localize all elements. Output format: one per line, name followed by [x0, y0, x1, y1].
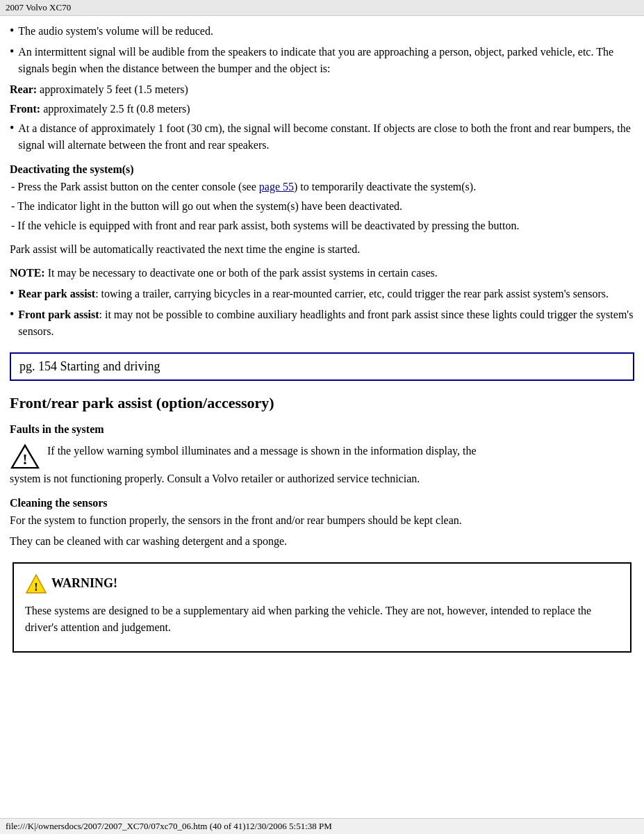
faults-heading: Faults in the system: [10, 423, 634, 436]
bullet-signal-text: An intermittent signal will be audible f…: [18, 44, 634, 77]
top-bar-title: 2007 Volvo XC70: [6, 2, 71, 13]
page-box: pg. 154 Starting and driving: [10, 352, 634, 381]
note-text: It may be necessary to deactivate one or…: [48, 267, 438, 279]
rear-text: approximately 5 feet (1.5 meters): [40, 83, 188, 95]
warning-box: ! WARNING! These systems are designed to…: [13, 562, 631, 653]
note-line: NOTE: It may be necessary to deactivate …: [10, 265, 634, 281]
bullet-dot-front: •: [10, 306, 14, 322]
cleaning-text-1: For the system to function properly, the…: [10, 512, 634, 529]
main-content: • The audio system's volume will be redu…: [0, 16, 644, 693]
deactivating-section: Deactivating the system(s) - Press the P…: [10, 163, 634, 234]
top-bar: 2007 Volvo XC70: [0, 0, 644, 16]
section-heading: Front/rear park assist (option/accessory…: [10, 393, 634, 414]
rear-park-desc: : towing a trailer, carrying bicycles in…: [95, 288, 609, 300]
warning-triangle-yellow-icon: !: [25, 573, 47, 594]
page-box-text: pg. 154 Starting and driving: [19, 359, 160, 373]
svg-text:!: !: [34, 581, 38, 593]
front-label-line: Front: approximately 2.5 ft (0.8 meters): [10, 101, 634, 117]
rear-label-line: Rear: approximately 5 feet (1.5 meters): [10, 81, 634, 98]
cleaning-text-2: They can be cleaned with car washing det…: [10, 533, 634, 550]
bullet-audio: • The audio system's volume will be redu…: [10, 23, 634, 40]
footer-bar: file:///K|/ownersdocs/2007/2007_XC70/07x…: [0, 818, 644, 834]
bullet-signal: • An intermittent signal will be audible…: [10, 44, 634, 77]
front-park-label: Front park assist: [18, 309, 99, 320]
bullet-audio-text: The audio system's volume will be reduce…: [18, 23, 213, 40]
reactivate-text: Park assist will be automatically reacti…: [10, 241, 634, 258]
deactivating-line-1: - Press the Park assist button on the ce…: [11, 179, 634, 195]
bullet-dot-3: •: [10, 120, 14, 136]
warning-box-title: ! WARNING!: [25, 573, 619, 594]
bullet-dot-2: •: [10, 44, 14, 60]
bullet-distance-text: At a distance of approximately 1 foot (3…: [18, 120, 634, 154]
page55-link[interactable]: page 55: [259, 181, 294, 193]
front-text: approximately 2.5 ft (0.8 meters): [43, 103, 190, 115]
bullet-distance: • At a distance of approximately 1 foot …: [10, 120, 634, 154]
bullet-front-park: • Front park assist: it may not be possi…: [10, 306, 634, 340]
faults-warning-row: ! If the yellow warning symbol illuminat…: [10, 443, 634, 471]
rear-label: Rear:: [10, 83, 37, 95]
bullet-dot-rear: •: [10, 286, 14, 302]
bullet-dot-1: •: [10, 23, 14, 39]
rear-park-text: Rear park assist: towing a trailer, carr…: [18, 286, 609, 302]
warning-triangle-icon: !: [10, 443, 40, 471]
faults-warning-text: If the yellow warning symbol illuminates…: [47, 443, 634, 459]
front-park-desc: : it may not be possible to combine auxi…: [18, 309, 633, 337]
warning-box-text: These systems are designed to be a suppl…: [25, 603, 619, 636]
front-park-text: Front park assist: it may not be possibl…: [18, 306, 634, 340]
rear-park-label: Rear park assist: [18, 288, 95, 300]
deactivating-lines: - Press the Park assist button on the ce…: [11, 179, 634, 234]
deactivating-line-2: - The indicator light in the button will…: [11, 198, 634, 215]
deactivating-line-3: - If the vehicle is equipped with front …: [11, 218, 634, 234]
note-label: NOTE:: [10, 267, 45, 279]
deactivating-heading: Deactivating the system(s): [10, 163, 634, 176]
front-label: Front:: [10, 103, 40, 115]
warning-box-title-text: WARNING!: [51, 576, 117, 591]
cleaning-heading: Cleaning the sensors: [10, 497, 634, 509]
svg-text:!: !: [23, 451, 28, 468]
footer-text: file:///K|/ownersdocs/2007/2007_XC70/07x…: [6, 821, 332, 831]
bullet-rear-park: • Rear park assist: towing a trailer, ca…: [10, 286, 634, 302]
faults-continuation: system is not functioning properly. Cons…: [10, 471, 634, 487]
